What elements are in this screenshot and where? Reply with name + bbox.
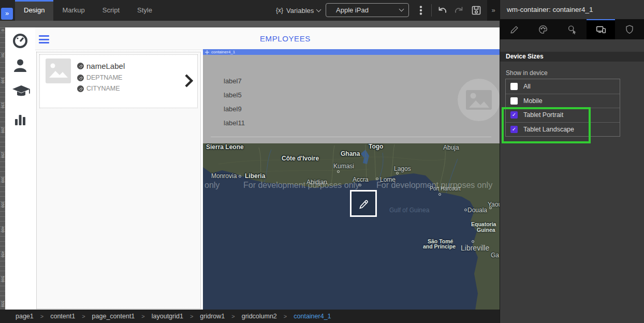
show-in-device-options: AllMobile✓Tablet Portrait✓Tablet Landsca…: [505, 79, 620, 137]
redo-button[interactable]: [453, 4, 465, 17]
map-marker-dot: [337, 170, 340, 173]
device-option-tablet-landscape[interactable]: ✓Tablet Landscape: [506, 122, 620, 137]
breadcrumb-separator: >: [231, 313, 235, 319]
vertical-ruler: 050100150200250300350400450500550: [0, 27, 5, 310]
picture-placeholder-icon: [46, 58, 71, 83]
editor-mode-tabs: DesignMarkupScriptStyle: [15, 0, 161, 21]
ruler-number: 200: [1, 127, 5, 133]
widget-breadcrumb: page1>content1>page_content1>layoutgrid1…: [0, 310, 500, 323]
collapse-panel-button[interactable]: »: [487, 0, 500, 21]
map-label: Ghana: [341, 150, 360, 157]
education-cap-icon[interactable]: [12, 84, 28, 100]
map-watermark: only: [204, 181, 219, 190]
list-item-template[interactable]: nameLabelDEPTNAMECITYNAME: [39, 54, 198, 108]
ruler-number: 300: [1, 177, 5, 182]
ruler-number: 100: [1, 78, 5, 83]
map-marker-dot: [396, 172, 399, 174]
map-marker-dot: [376, 178, 378, 180]
checkbox-all[interactable]: [510, 83, 518, 90]
expand-left-panel-button[interactable]: »: [1, 8, 13, 20]
map-label: Kumasi: [333, 163, 354, 170]
editor-tab-markup[interactable]: Markup: [53, 0, 93, 21]
employee-list-panel: nameLabelDEPTNAMECITYNAME: [36, 52, 201, 309]
list-item-field: nameLabel: [77, 62, 125, 70]
dashboard-gauge-icon[interactable]: [12, 33, 28, 49]
bind-icon: [77, 75, 84, 81]
breadcrumb-item-gridcolumn2[interactable]: gridcolumn2: [242, 313, 277, 320]
breadcrumb-item-container4_1[interactable]: container4_1: [294, 313, 331, 320]
map-label: Côte d'Ivoire: [282, 155, 319, 162]
chevron-right-icon[interactable]: [185, 74, 193, 88]
variables-icon: {x}: [276, 7, 283, 14]
device-option-all[interactable]: All: [506, 79, 620, 94]
breadcrumb-item-page_content1[interactable]: page_content1: [92, 313, 135, 320]
map-label: Douala: [467, 207, 487, 214]
panel-title: wm-container: container4_1: [500, 0, 644, 19]
list-item-field: DEPTNAME: [77, 74, 125, 81]
breadcrumb-item-layoutgrid1[interactable]: layoutgrid1: [152, 313, 183, 320]
ruler-number: 550: [1, 301, 5, 306]
panel-tab-bar: [500, 19, 644, 39]
map-label: Guinea: [477, 227, 495, 233]
panel-tab-events[interactable]: [558, 19, 587, 39]
save-button[interactable]: [470, 4, 482, 17]
map-label: Abuja: [443, 144, 459, 151]
map-label: Liberia: [245, 172, 265, 180]
breadcrumb-item-page1[interactable]: page1: [16, 313, 34, 320]
bar-chart-icon[interactable]: [12, 110, 28, 127]
variables-menu[interactable]: {x} Variables: [276, 0, 320, 21]
editor-tab-script[interactable]: Script: [94, 0, 128, 21]
map-watermark: For development purposes only: [376, 181, 492, 190]
google-map-widget[interactable]: Sierra LeoneCôte d'IvoireGhanaTogoLiberi…: [203, 143, 500, 310]
show-in-device-label: Show in device: [506, 69, 548, 77]
device-option-tablet-portrait[interactable]: ✓Tablet Portrait: [506, 108, 620, 122]
container-label[interactable]: label7: [224, 77, 242, 85]
panel-tab-devices[interactable]: [587, 19, 616, 39]
ruler-number: 0: [1, 28, 5, 33]
breadcrumb-separator: >: [82, 313, 85, 319]
container-label[interactable]: label9: [224, 105, 242, 113]
panel-tab-styles[interactable]: [529, 19, 558, 39]
field-label: DEPTNAME: [86, 74, 122, 81]
ruler-number: 50: [1, 53, 5, 58]
device-select[interactable]: Apple iPad: [326, 3, 409, 17]
more-options-kebab-icon[interactable]: [415, 4, 427, 17]
container-label[interactable]: label11: [224, 119, 245, 127]
container-label[interactable]: label5: [224, 91, 242, 99]
device-select-value: Apple iPad: [336, 6, 369, 14]
checkbox-tablet-landscape[interactable]: ✓: [510, 126, 518, 133]
container4_1-body[interactable]: label7label5label9label11: [203, 55, 500, 143]
hamburger-menu-icon[interactable]: [39, 35, 49, 46]
list-item-fields: nameLabelDEPTNAMECITYNAME: [77, 62, 125, 96]
chevron-down-icon: [316, 7, 321, 12]
undo-button[interactable]: [436, 4, 448, 17]
breadcrumb-separator: >: [190, 313, 193, 319]
user-icon[interactable]: [12, 57, 28, 74]
editor-tab-design[interactable]: Design: [15, 0, 53, 21]
panel-tab-security[interactable]: [615, 19, 644, 39]
design-canvas: EMPLOYEES nameLabelDEPTNAMECITYNAME: [5, 27, 500, 310]
breadcrumb-item-content1[interactable]: content1: [50, 313, 75, 320]
device-option-mobile[interactable]: Mobile: [506, 94, 620, 108]
container-selection-tag[interactable]: container4_1: [203, 49, 500, 55]
move-icon: [205, 50, 209, 54]
map-label: Ga: [491, 252, 499, 259]
field-label: CITYNAME: [86, 85, 120, 92]
map-watermark: For development purposes only: [243, 181, 359, 190]
pencil-icon: [357, 197, 370, 210]
breadcrumb-separator: >: [141, 313, 144, 319]
list-item-field: CITYNAME: [77, 85, 125, 92]
container-divider: [211, 137, 491, 137]
ruler-number: 350: [1, 202, 5, 207]
breadcrumb-separator: >: [40, 313, 43, 319]
editor-tab-style[interactable]: Style: [128, 0, 161, 21]
breadcrumb-item-gridrow1[interactable]: gridrow1: [200, 313, 225, 320]
ruler-number: 400: [1, 227, 5, 232]
panel-tab-properties[interactable]: [500, 19, 529, 39]
map-marker-dot: [239, 175, 241, 178]
horizontal-ruler: [0, 21, 500, 27]
checkbox-mobile[interactable]: [510, 97, 518, 105]
chevron-down-icon: [399, 7, 404, 12]
map-edit-overlay-button[interactable]: [350, 190, 377, 217]
checkbox-tablet-portrait[interactable]: ✓: [510, 111, 518, 119]
